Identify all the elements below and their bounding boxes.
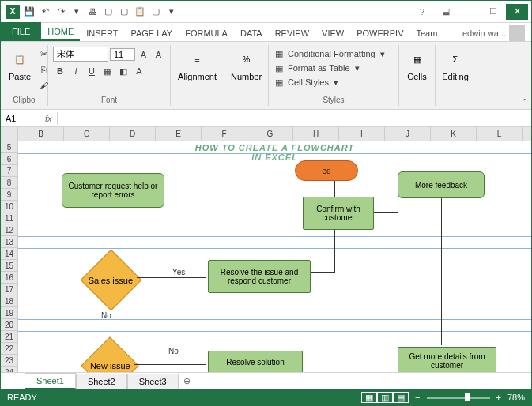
qat-icon-2[interactable]: ▢ xyxy=(102,6,115,18)
tab-file[interactable]: FILE xyxy=(1,22,41,41)
shape-feedback[interactable]: More feedback xyxy=(398,171,485,198)
zoom-in-icon[interactable]: + xyxy=(496,393,501,402)
zoom-slider[interactable] xyxy=(427,397,490,399)
shape-new-issue[interactable]: New issue xyxy=(81,336,139,372)
shape-resolve-2[interactable]: Resolve solution xyxy=(208,351,303,372)
view-normal-icon[interactable]: ▦ xyxy=(361,392,377,403)
row-header[interactable]: 20 xyxy=(1,319,17,331)
row-header[interactable]: 16 xyxy=(1,272,17,284)
row-header[interactable]: 12 xyxy=(1,224,17,236)
cell-styles-button[interactable]: ▦Cell Styles▾ xyxy=(274,75,394,89)
col-header[interactable]: J xyxy=(385,127,431,141)
tab-view[interactable]: VIEW xyxy=(315,25,350,41)
col-header[interactable]: E xyxy=(156,127,202,141)
row-header[interactable]: 5 xyxy=(1,141,17,153)
sheet-tab-1[interactable]: Sheet1 xyxy=(25,373,76,389)
maximize-icon[interactable]: ☐ xyxy=(482,4,504,20)
shape-confirm[interactable]: Confirm with customer xyxy=(303,197,374,230)
qat-more-icon[interactable]: ▾ xyxy=(165,6,178,18)
border-icon[interactable]: ▦ xyxy=(100,64,115,78)
row-header[interactable]: 8 xyxy=(1,177,17,189)
alignment-button[interactable]: ≡ Alignment xyxy=(175,47,219,83)
col-header[interactable]: H xyxy=(293,127,339,141)
tab-page-layout[interactable]: PAGE LAY xyxy=(124,25,179,41)
format-table-button[interactable]: ▦Format as Table▾ xyxy=(274,61,394,75)
collapse-ribbon-icon[interactable]: ⌃ xyxy=(521,97,528,107)
font-size-select[interactable]: 11 xyxy=(110,48,135,61)
col-header[interactable]: B xyxy=(18,127,64,141)
col-header[interactable]: I xyxy=(339,127,385,141)
grow-font-icon[interactable]: A xyxy=(137,47,150,62)
shape-start[interactable]: Customer request help or report errors xyxy=(62,173,164,208)
redo-icon[interactable]: ↷ xyxy=(55,6,67,18)
row-header[interactable]: 7 xyxy=(1,165,17,177)
row-header[interactable]: 14 xyxy=(1,248,17,260)
col-header[interactable]: K xyxy=(431,127,477,141)
row-header[interactable]: 6 xyxy=(1,153,17,165)
qat-print-icon[interactable]: 🖶 xyxy=(86,6,99,18)
fx-icon[interactable]: fx xyxy=(40,112,58,125)
col-header[interactable]: G xyxy=(247,127,293,141)
tab-powerpivot[interactable]: POWERPIV xyxy=(350,25,409,41)
formula-input[interactable] xyxy=(58,117,531,120)
paste-button[interactable]: 📋 Paste xyxy=(6,47,34,92)
qat-icon-1[interactable]: ▾ xyxy=(70,6,83,18)
fill-color-icon[interactable]: ◧ xyxy=(116,64,130,78)
font-name-select[interactable]: 宋体 xyxy=(53,47,108,62)
close-icon[interactable]: ✕ xyxy=(506,4,528,20)
tab-data[interactable]: DATA xyxy=(234,25,269,41)
undo-icon[interactable]: ↶ xyxy=(39,6,51,18)
view-page-layout-icon[interactable]: ▥ xyxy=(377,392,393,403)
conditional-formatting-button[interactable]: ▦Conditional Formatting▾ xyxy=(274,47,394,61)
shape-terminator[interactable]: ed xyxy=(295,160,358,181)
row-header[interactable]: 21 xyxy=(1,331,17,343)
underline-button[interactable]: U xyxy=(85,64,99,78)
user-account[interactable]: edwin wa... xyxy=(462,25,525,41)
row-header[interactable]: 10 xyxy=(1,201,17,212)
shape-resolve-1[interactable]: Resolve the issue and respond customer xyxy=(208,260,311,293)
row-header[interactable]: 18 xyxy=(1,295,17,307)
minimize-icon[interactable]: — xyxy=(458,4,481,20)
italic-button[interactable]: I xyxy=(69,64,83,78)
name-box[interactable]: A1 xyxy=(1,112,40,125)
shape-sales-issue[interactable]: Sales issue xyxy=(81,250,142,311)
row-header[interactable]: 24 xyxy=(1,367,17,372)
row-header[interactable]: 19 xyxy=(1,307,17,319)
add-sheet-button[interactable]: ⊕ xyxy=(179,376,196,386)
sheet-tab-2[interactable]: Sheet2 xyxy=(76,374,127,389)
row-header[interactable]: 13 xyxy=(1,236,17,248)
qat-icon-3[interactable]: ▢ xyxy=(118,6,130,18)
sheet-tab-3[interactable]: Sheet3 xyxy=(127,374,179,389)
help-icon[interactable]: ? xyxy=(411,4,433,20)
tab-review[interactable]: REVIEW xyxy=(269,25,315,41)
cells-button[interactable]: ▦ Cells xyxy=(404,47,430,83)
shape-details[interactable]: Get more details from customer xyxy=(398,347,496,372)
save-icon[interactable]: 💾 xyxy=(23,6,36,18)
shrink-font-icon[interactable]: A xyxy=(152,47,165,62)
tab-formulas[interactable]: FORMULA xyxy=(179,25,234,41)
qat-icon-4[interactable]: 📋 xyxy=(134,6,146,18)
editing-button[interactable]: Σ Editing xyxy=(440,47,470,83)
bold-button[interactable]: B xyxy=(53,64,67,78)
select-all-corner[interactable] xyxy=(1,127,18,141)
tab-team[interactable]: Team xyxy=(410,25,444,41)
row-header[interactable]: 11 xyxy=(1,212,17,224)
ribbon-options-icon[interactable]: ⬓ xyxy=(435,4,457,20)
zoom-out-icon[interactable]: − xyxy=(415,393,420,402)
tab-insert[interactable]: INSERT xyxy=(80,25,124,41)
font-color-icon[interactable]: A xyxy=(132,64,146,78)
row-header[interactable]: 17 xyxy=(1,284,17,295)
cells-canvas[interactable]: HOW TO CREATE A FLOWCHART IN EXCEL Custo… xyxy=(18,141,531,372)
zoom-level[interactable]: 78% xyxy=(507,393,525,402)
col-header[interactable]: C xyxy=(64,127,110,141)
row-header[interactable]: 9 xyxy=(1,189,17,201)
row-header[interactable]: 22 xyxy=(1,343,17,355)
col-header[interactable]: F xyxy=(202,127,247,141)
col-header[interactable]: D xyxy=(110,127,156,141)
tab-home[interactable]: HOME xyxy=(41,24,80,41)
row-header[interactable]: 15 xyxy=(1,260,17,272)
col-header[interactable]: L xyxy=(477,127,523,141)
number-button[interactable]: % Number xyxy=(229,47,263,83)
qat-icon-5[interactable]: ▢ xyxy=(149,6,162,18)
view-page-break-icon[interactable]: ▤ xyxy=(393,392,409,403)
